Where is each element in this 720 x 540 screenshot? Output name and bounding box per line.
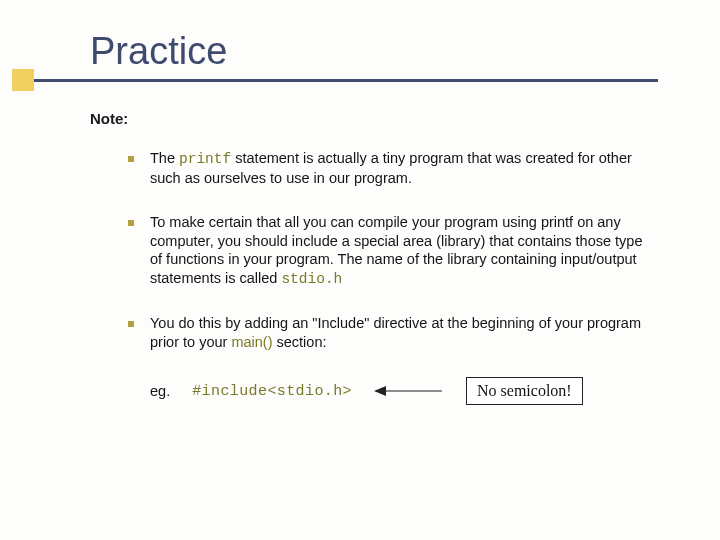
text-segment: To make certain that all you can compile…	[150, 214, 642, 286]
text-segment: section:	[273, 334, 327, 350]
title-underline	[18, 79, 658, 82]
slide: Practice Note: The printf statement is a…	[0, 0, 720, 425]
text-segment: You do this by adding an "Include" direc…	[150, 315, 641, 350]
code-term: printf	[179, 151, 231, 167]
bullet-icon	[128, 321, 134, 327]
arrow-icon	[374, 380, 444, 402]
bullet-text: To make certain that all you can compile…	[150, 213, 650, 288]
list-item: You do this by adding an "Include" direc…	[128, 314, 650, 351]
slide-title: Practice	[90, 30, 670, 73]
code-term: main()	[231, 334, 272, 350]
list-item: The printf statement is actually a tiny …	[128, 149, 650, 187]
svg-marker-1	[374, 386, 386, 396]
example-row: eg. #include<stdio.h> No semicolon!	[150, 377, 670, 405]
callout-box: No semicolon!	[466, 377, 583, 405]
list-item: To make certain that all you can compile…	[128, 213, 650, 288]
text-segment: The	[150, 150, 179, 166]
note-heading: Note:	[90, 110, 670, 127]
bullet-text: You do this by adding an "Include" direc…	[150, 314, 650, 351]
example-code: #include<stdio.h>	[192, 383, 352, 400]
code-term: stdio.h	[281, 271, 342, 287]
title-area: Practice	[50, 30, 670, 82]
bullet-icon	[128, 220, 134, 226]
accent-square	[12, 69, 34, 91]
bullet-list: The printf statement is actually a tiny …	[128, 149, 650, 351]
example-label: eg.	[150, 383, 170, 399]
bullet-icon	[128, 156, 134, 162]
bullet-text: The printf statement is actually a tiny …	[150, 149, 650, 187]
